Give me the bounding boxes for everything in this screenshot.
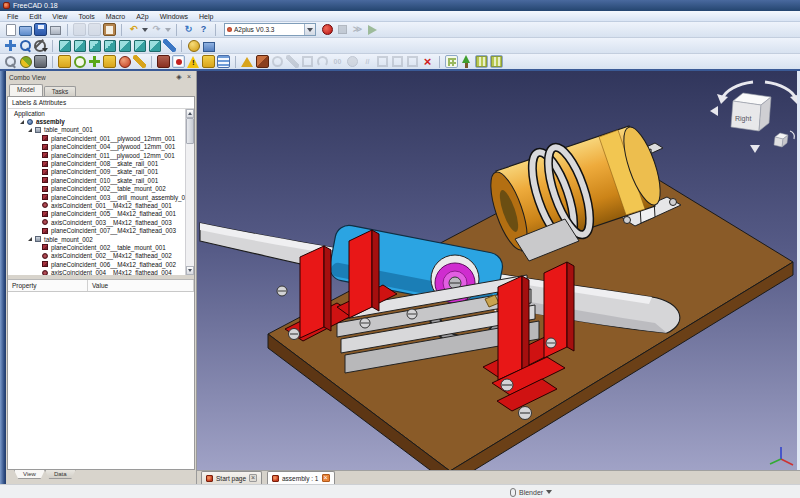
draw-style-icon[interactable] — [34, 39, 47, 52]
menu-view[interactable]: View — [52, 13, 67, 20]
title-bar[interactable]: FreeCAD 0.18 — [0, 0, 800, 11]
constraint-point-icon[interactable] — [241, 55, 254, 68]
tree-item-constraint[interactable]: axisCoincident_002__M4x12_flathead_002 — [8, 252, 185, 260]
tab-start-page[interactable]: Start page — [201, 471, 262, 484]
tree-item-constraint[interactable]: planeCoincident_007__M4x12_flathead_003 — [8, 226, 185, 234]
redo-icon[interactable]: ↷ — [150, 23, 163, 36]
selection-view-icon[interactable] — [4, 55, 17, 68]
tree-item-application[interactable]: Application — [8, 109, 185, 117]
menu-macro[interactable]: Macro — [106, 13, 125, 20]
view-right-icon[interactable] — [103, 39, 116, 52]
update-imported-parts-icon[interactable] — [73, 55, 86, 68]
constraint-plane-icon[interactable] — [301, 55, 314, 68]
tree-item-constraint[interactable]: planeCoincident_010__skate_rail_001 — [8, 176, 185, 184]
tree-item-constraint[interactable]: planeCoincident_009__skate_rail_001 — [8, 168, 185, 176]
constraint-sketch-icon[interactable] — [286, 55, 299, 68]
record-macro-icon[interactable] — [321, 23, 334, 36]
close-tab-icon[interactable] — [322, 474, 330, 482]
tree-item-constraint[interactable]: planeCoincident_008__skate_rail_001 — [8, 159, 185, 167]
add-shape-icon[interactable] — [88, 55, 101, 68]
tree-item-constraint[interactable]: axisCoincident_004__M4x12_flathead_004 — [8, 268, 185, 275]
fit-all-icon[interactable] — [4, 39, 17, 52]
expand-caret-icon[interactable] — [28, 237, 32, 241]
scroll-up-icon[interactable] — [186, 109, 194, 118]
move-part-icon[interactable] — [118, 55, 131, 68]
cut-icon[interactable] — [73, 23, 86, 36]
play-macro-icon[interactable] — [366, 23, 379, 36]
view-left-icon[interactable] — [148, 39, 161, 52]
lock-tool-icon[interactable] — [202, 55, 215, 68]
raise-hierarchy-icon[interactable] — [460, 55, 473, 68]
redo-dropdown-icon[interactable] — [165, 28, 171, 32]
constraint-c-icon[interactable] — [406, 55, 419, 68]
view-rear-icon[interactable] — [118, 39, 131, 52]
new-document-icon[interactable] — [4, 23, 17, 36]
navigation-style-selector[interactable]: Blender — [510, 488, 552, 497]
constraint-disc-icon[interactable] — [346, 55, 359, 68]
refresh-icon[interactable]: ↻ — [182, 23, 195, 36]
constraint-b-icon[interactable] — [391, 55, 404, 68]
tree-item-constraint[interactable]: planeCoincident_006__M4x12_flathead_002 — [8, 260, 185, 268]
menu-windows[interactable]: Windows — [160, 13, 188, 20]
tree-item-assembly[interactable]: assembly — [8, 117, 185, 125]
3d-viewport[interactable]: Right — [197, 71, 800, 470]
stop-macro-icon[interactable] — [336, 23, 349, 36]
close-tab-icon[interactable] — [249, 474, 257, 482]
property-editor[interactable] — [8, 292, 194, 469]
zoom-box-icon[interactable] — [19, 39, 32, 52]
tree-scrollbar[interactable] — [185, 109, 194, 275]
tree-item-constraint[interactable]: planeCoincident_011__plywood_12mm_001 — [8, 151, 185, 159]
tree-item-constraint[interactable]: axisCoincident_001__M4x12_flathead_001 — [8, 201, 185, 209]
scroll-down-icon[interactable] — [186, 266, 194, 275]
tab-view[interactable]: View — [14, 470, 45, 479]
expand-caret-icon[interactable] — [28, 128, 32, 132]
toggle-transparency-icon[interactable] — [34, 55, 47, 68]
pin-panel-icon[interactable]: ◈ — [175, 73, 183, 81]
tree-item-constraint[interactable]: planeCoincident_004__plywood_12mm_001 — [8, 143, 185, 151]
print-icon[interactable] — [49, 23, 62, 36]
tab-assembly[interactable]: assembly : 1 — [267, 471, 335, 484]
solver-auto-icon[interactable] — [172, 55, 185, 68]
constraint-parallel-icon[interactable]: // — [361, 55, 374, 68]
measure-distance-icon[interactable] — [163, 39, 176, 52]
constraint-pointline-icon[interactable] — [256, 55, 269, 68]
tree-item-constraint[interactable]: axisCoincident_003__M4x12_flathead_003 — [8, 218, 185, 226]
copy-icon[interactable] — [88, 23, 101, 36]
combo-view-titlebar[interactable]: Combo View ◈ × — [6, 71, 196, 83]
grid-settings-icon[interactable] — [490, 55, 503, 68]
import-part-icon[interactable] — [58, 55, 71, 68]
tab-model[interactable]: Model — [9, 84, 43, 96]
menu-help[interactable]: Help — [199, 13, 213, 20]
solve-warning-icon[interactable] — [187, 55, 200, 68]
tree-item-group[interactable]: table_mount_001 — [8, 126, 185, 134]
constraint-angle-icon[interactable] — [316, 55, 329, 68]
nav-cube-face-label[interactable]: Right — [735, 115, 751, 123]
whats-this-icon[interactable]: ? — [197, 23, 210, 36]
constraint-gap-icon[interactable]: 00 — [331, 55, 344, 68]
save-icon[interactable] — [34, 23, 47, 36]
axonometric-view-icon[interactable] — [58, 39, 71, 52]
show-dof-icon[interactable] — [19, 55, 32, 68]
constraint-a-icon[interactable] — [376, 55, 389, 68]
tree-item-constraint[interactable]: planeCoincident_002__table_mount_002 — [8, 185, 185, 193]
open-folder-icon[interactable] — [19, 23, 32, 36]
close-panel-icon[interactable]: × — [185, 73, 193, 81]
tree-item-group[interactable]: table_mount_002 — [8, 235, 185, 243]
view-top-icon[interactable] — [88, 39, 101, 52]
tab-tasks[interactable]: Tasks — [44, 86, 77, 96]
undo-icon[interactable]: ↶ — [127, 23, 140, 36]
menu-tools[interactable]: Tools — [78, 13, 94, 20]
undo-dropdown-icon[interactable] — [142, 28, 148, 32]
tree-item-constraint[interactable]: planeCoincident_003__drill_mount_assembl… — [8, 193, 185, 201]
menu-file[interactable]: File — [7, 13, 18, 20]
paste-icon[interactable] — [103, 23, 116, 36]
tab-data[interactable]: Data — [45, 470, 76, 479]
delete-constraint-icon[interactable]: × — [421, 55, 434, 68]
menu-edit[interactable]: Edit — [29, 13, 41, 20]
expand-caret-icon[interactable] — [20, 120, 24, 124]
tree-item-constraint[interactable]: planeCoincident_005__M4x12_flathead_001 — [8, 210, 185, 218]
workbench-selector[interactable]: A2plus V0.3.3 — [224, 23, 316, 36]
part-tools-icon[interactable] — [103, 55, 116, 68]
convert-part-icon[interactable] — [157, 55, 170, 68]
edit-part-icon[interactable] — [133, 55, 146, 68]
